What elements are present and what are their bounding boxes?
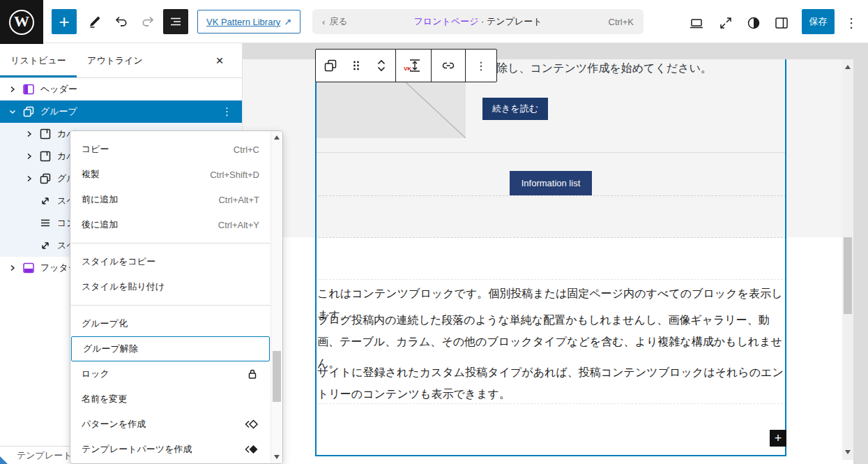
read-more-button[interactable]: 続きを読む [482, 98, 548, 120]
move-arrows-icon [373, 57, 390, 74]
save-button[interactable]: 保存 [802, 9, 835, 34]
image-placeholder[interactable] [317, 82, 466, 138]
document-title: フロントページ · テンプレート [358, 15, 599, 28]
pattern-icon [244, 417, 259, 431]
menu-item-shortcut: Ctrl+Alt+T [218, 195, 259, 205]
information-list-button[interactable]: Information list [510, 171, 592, 195]
chevron-right-icon[interactable] [7, 84, 18, 95]
document-bar[interactable]: ‹ 戻る フロントページ · テンプレート Ctrl+K [312, 9, 644, 34]
options-menu-button[interactable]: ⋮ [840, 12, 862, 34]
wordpress-logo[interactable]: W [0, 0, 43, 44]
chevron-right-icon[interactable] [24, 151, 35, 162]
scrollbar-thumb[interactable] [844, 237, 852, 314]
block-options-context-menu: コピー Ctrl+C 複製 Ctrl+Shift+D 前に追加 Ctrl+Alt… [70, 130, 283, 464]
chevron-down-icon[interactable] [7, 106, 18, 117]
menu-item-copy[interactable]: コピー Ctrl+C [70, 137, 271, 162]
sidebar-panel-icon [773, 15, 790, 31]
redo-button[interactable] [135, 9, 160, 34]
menu-scrollbar[interactable] [271, 131, 282, 463]
list-view-toggle-button[interactable] [163, 9, 188, 34]
block-boundary-dashed [315, 195, 786, 196]
menu-item-label: ロック [82, 368, 109, 380]
settings-sidebar-toggle[interactable] [770, 12, 793, 34]
undo-button[interactable] [109, 9, 134, 34]
editor-canvas: 除し、コンテンツ作成を始めてください。 続きを読む Information li… [243, 43, 868, 464]
menu-item-group[interactable]: グループ化 [70, 311, 271, 336]
menu-item-insert-before[interactable]: 前に追加 Ctrl+Alt+T [70, 187, 271, 212]
block-type-button[interactable] [316, 50, 345, 82]
post-content-block-icon [38, 216, 53, 231]
menu-item-rename[interactable]: 名前を変更 [70, 387, 271, 412]
block-boundary-dotted [315, 403, 786, 404]
redo-icon [139, 13, 156, 30]
selected-block-border-bottom [315, 455, 786, 456]
menu-item-shortcut: Ctrl+C [234, 144, 259, 155]
spacer-block-icon [38, 238, 53, 253]
canvas-scrollbar[interactable] [842, 59, 853, 460]
zoom-out-button[interactable] [715, 12, 737, 34]
lock-icon [245, 367, 259, 381]
menu-item-label: スタイルをコピー [82, 255, 155, 268]
content-paragraph[interactable]: サイトに登録されたカスタム投稿タイプがあれば、投稿コンテンツブロックはそれらのエ… [317, 361, 787, 405]
close-sidebar-button[interactable]: × [206, 43, 234, 78]
menu-item-shortcut: Ctrl+Shift+D [210, 170, 259, 180]
cover-block-icon [38, 149, 53, 164]
vk-spacer-icon: VK [404, 57, 423, 74]
move-up-down-buttons[interactable] [367, 50, 395, 82]
scroll-down-arrow[interactable] [845, 450, 851, 454]
chevron-right-icon[interactable] [24, 128, 35, 140]
menu-item-label: 後に追加 [82, 218, 118, 231]
footer-template-part-icon [21, 260, 36, 276]
chevron-right-icon[interactable] [24, 173, 35, 184]
menu-item-shortcut: Ctrl+Alt+Y [218, 220, 259, 230]
block-appender-button[interactable]: + [770, 430, 786, 447]
chevron-right-icon[interactable] [7, 262, 18, 274]
menu-item-insert-after[interactable]: 後に追加 Ctrl+Alt+Y [70, 212, 271, 237]
selected-block-border-left [315, 59, 317, 456]
scroll-up-arrow[interactable] [274, 135, 280, 140]
tree-row-header[interactable]: ヘッダー [0, 78, 242, 100]
menu-item-label: 名前を変更 [82, 393, 127, 405]
intro-paragraph[interactable]: 除し、コンテンツ作成を始めてください。 [496, 60, 712, 77]
row-options-kebab-icon[interactable]: ⋮ [222, 100, 232, 123]
scroll-up-arrow[interactable] [845, 65, 851, 69]
vk-spacer-settings-button[interactable]: VK [396, 50, 431, 82]
scrollbar-thumb[interactable] [273, 351, 281, 402]
back-chevron-icon: ‹ [322, 17, 325, 27]
laptop-icon [688, 15, 705, 31]
drag-dots-icon [348, 57, 365, 74]
block-options-button[interactable]: ⋮ [466, 50, 496, 82]
block-boundary-dotted [315, 279, 786, 280]
preview-device-button[interactable] [685, 12, 708, 34]
tree-row-label: グループ [40, 105, 77, 118]
block-boundary-dashed [315, 237, 786, 238]
menu-item-lock[interactable]: ロック [70, 361, 271, 387]
selected-block-border-right [785, 59, 786, 456]
link-button[interactable] [432, 50, 465, 82]
menu-item-copy-styles[interactable]: スタイルをコピー [70, 249, 271, 274]
template-canvas[interactable]: 除し、コンテンツ作成を始めてください。 続きを読む Information li… [243, 59, 853, 464]
breadcrumb-template[interactable]: テンプレート [17, 449, 73, 462]
menu-item-paste-styles[interactable]: スタイルを貼り付け [70, 274, 271, 299]
drag-corner-indicator [0, 456, 8, 464]
tab-list-view[interactable]: リストビュー [0, 43, 77, 77]
style-book-button[interactable] [743, 12, 765, 34]
back-label: 戻る [329, 15, 347, 28]
wordpress-w-icon: W [9, 10, 34, 35]
back-button[interactable]: ‹ 戻る [312, 15, 358, 28]
undo-icon [113, 13, 130, 30]
menu-divider [70, 305, 271, 306]
tab-outline[interactable]: アウトライン [77, 43, 153, 77]
block-toolbar: VK ⋮ [315, 49, 497, 82]
block-inserter-button[interactable]: + [52, 9, 77, 34]
vk-pattern-library-button[interactable]: VK Pattern Library ↗ [197, 10, 300, 33]
menu-item-create-pattern[interactable]: パターンを作成 [70, 412, 271, 437]
tools-button[interactable] [82, 9, 107, 34]
menu-item-duplicate[interactable]: 複製 Ctrl+Shift+D [70, 162, 271, 187]
scroll-down-arrow[interactable] [274, 455, 280, 459]
tree-row-group-selected[interactable]: グループ ⋮ [0, 100, 242, 123]
menu-item-create-template-part[interactable]: テンプレートパーツを作成 [70, 437, 271, 462]
menu-item-ungroup[interactable]: グループ解除 [71, 336, 270, 361]
drag-handle[interactable] [345, 50, 367, 82]
section-divider [315, 152, 786, 153]
